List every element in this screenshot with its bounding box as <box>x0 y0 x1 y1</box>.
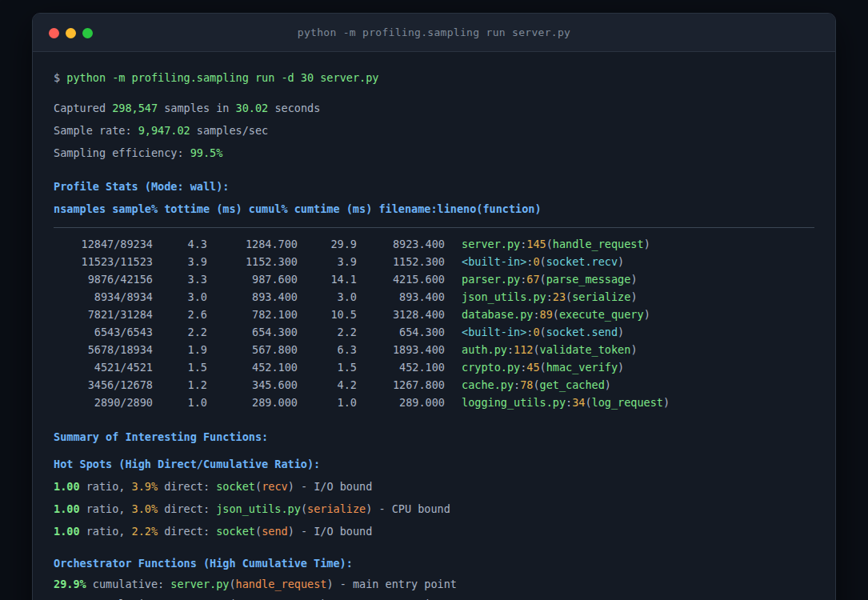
stat-cell: 654.300 <box>207 323 298 341</box>
table-row: 4521/45211.5452.1001.5452.100crypto.py:4… <box>54 358 814 376</box>
line-number: 67 <box>526 273 539 286</box>
hot-spots-heading: Hot Spots (High Direct/Cumulative Ratio)… <box>54 453 814 475</box>
punct: : <box>546 290 553 303</box>
location-cell: database.py:89(execute_query) <box>445 306 814 323</box>
text-segment: socket <box>216 525 255 538</box>
text-segment: server.py <box>170 578 229 590</box>
file-name: cache.py <box>462 378 514 391</box>
text-segment: 1.00 <box>54 480 80 493</box>
location-cell: server.py:145(handle_request) <box>445 235 814 253</box>
text-segment: ( <box>255 480 262 493</box>
line-number: 45 <box>526 361 539 374</box>
stat-cell: 1267.800 <box>357 376 445 394</box>
stat-cell: 4215.600 <box>357 270 445 288</box>
stat-cell: 2890/2890 <box>54 394 153 411</box>
punct: ) <box>630 290 637 303</box>
stat-cell: 782.100 <box>207 306 298 323</box>
stat-cell: 3.0 <box>298 288 357 306</box>
location-cell: json_utils.py:23(serialize) <box>445 288 814 306</box>
stat-cell: 452.100 <box>357 358 445 376</box>
text-segment: direct: <box>158 480 216 493</box>
stat-cell: 3456/12678 <box>54 376 153 394</box>
location-cell: parser.py:67(parse_message) <box>445 270 814 288</box>
punct: ( <box>553 308 559 321</box>
file-name: database.py <box>462 308 533 321</box>
stat-cell: 7821/31284 <box>54 306 153 323</box>
stat-cell: 1.9 <box>153 341 207 358</box>
stats-divider <box>54 227 814 228</box>
punct: ) <box>618 326 624 338</box>
text-segment: ratio, <box>80 502 132 515</box>
stat-cell: 345.600 <box>207 376 298 394</box>
minimize-button[interactable] <box>66 28 76 38</box>
efficiency-line: Sampling efficiency: 99.5% <box>54 142 814 164</box>
stats-column-header: nsamples sample% tottime (ms) cumul% cum… <box>54 198 814 220</box>
file-name: json_utils.py <box>462 290 546 303</box>
punct: ( <box>533 343 539 356</box>
orchestrator-line: 29.9% cumulative: server.py(handle_reque… <box>54 574 814 594</box>
punct: ( <box>540 255 546 268</box>
stat-cell: 654.300 <box>357 323 445 341</box>
location-cell: auth.py:112(validate_token) <box>445 341 814 358</box>
stat-cell: 29.9 <box>298 235 357 253</box>
text-segment: ratio, <box>80 525 132 538</box>
text-segment: 29.9% <box>54 578 86 590</box>
stat-cell: 4521/4521 <box>54 358 153 376</box>
text-segment: 3.9% <box>132 480 158 493</box>
stat-cell: 1.2 <box>153 376 207 394</box>
punct: ) <box>618 361 624 374</box>
text-segment: cumulative: <box>86 578 171 590</box>
text-segment: Sample rate: <box>54 124 138 137</box>
text-segment: recv <box>262 480 288 493</box>
text-segment: ( <box>301 502 307 515</box>
text-segment: seconds <box>268 102 320 114</box>
stat-cell: 11523/11523 <box>54 253 153 270</box>
punct: : <box>507 343 514 356</box>
text-segment: json_utils.py <box>216 502 301 515</box>
text-segment: ratio, <box>80 480 132 493</box>
maximize-button[interactable] <box>82 28 93 38</box>
terminal-titlebar[interactable]: python -m profiling.sampling run server.… <box>33 14 835 52</box>
terminal-window: python -m profiling.sampling run server.… <box>32 13 836 600</box>
function-name: execute_query <box>559 308 644 321</box>
orchestrator-line: 14.1% cumulative: parser.py(parse_messag… <box>54 594 814 600</box>
text-segment: Summary of Interesting Functions: <box>54 430 268 443</box>
function-name: log_request <box>592 396 663 409</box>
text-segment: python -m profiling.sampling run -d 30 s… <box>66 71 378 84</box>
function-name: parse_message <box>546 273 631 286</box>
punct: ( <box>585 396 591 409</box>
stat-cell: 8923.400 <box>357 235 445 253</box>
stat-cell: 6.3 <box>298 341 357 358</box>
file-name: logging_utils.py <box>462 396 566 409</box>
stat-cell: 1893.400 <box>357 341 445 358</box>
text-segment: 3.0% <box>132 502 158 515</box>
stat-cell: 1152.300 <box>207 253 298 270</box>
close-button[interactable] <box>49 28 59 38</box>
stat-cell: 1.5 <box>153 358 207 376</box>
stat-cell: 2.2 <box>298 323 357 341</box>
text-segment: samples in <box>158 102 236 114</box>
text-segment: ( <box>229 578 235 590</box>
punct: ( <box>546 238 553 250</box>
terminal-output[interactable]: $ python -m profiling.sampling run -d 30… <box>33 52 835 600</box>
summary-heading: Summary of Interesting Functions: <box>54 426 814 448</box>
hot-spot-line: 1.00 ratio, 3.9% direct: socket(recv) - … <box>54 475 814 498</box>
orchestrator-heading: Orchestrator Functions (High Cumulative … <box>54 552 814 574</box>
prompt-line: $ python -m profiling.sampling run -d 30… <box>54 66 814 89</box>
text-segment: direct: <box>158 502 216 515</box>
window-controls <box>49 14 93 52</box>
punct: ) <box>618 255 624 268</box>
stat-cell: 4.2 <box>298 376 357 394</box>
function-name: serialize <box>572 290 630 303</box>
file-name: <built-in> <box>462 326 526 338</box>
table-row: 2890/28901.0289.0001.0289.000logging_uti… <box>54 394 814 411</box>
location-cell: cache.py:78(get_cached) <box>445 376 814 394</box>
sample-rate-line: Sample rate: 9,947.02 samples/sec <box>54 119 814 142</box>
punct: ) <box>644 308 650 321</box>
stat-cell: 3.9 <box>153 253 207 270</box>
function-name: get_cached <box>540 378 605 391</box>
stat-cell: 3.9 <box>298 253 357 270</box>
text-segment: 2.2% <box>132 525 158 538</box>
desktop-background: python -m profiling.sampling run server.… <box>0 0 868 600</box>
stat-cell: 1.0 <box>298 394 357 411</box>
